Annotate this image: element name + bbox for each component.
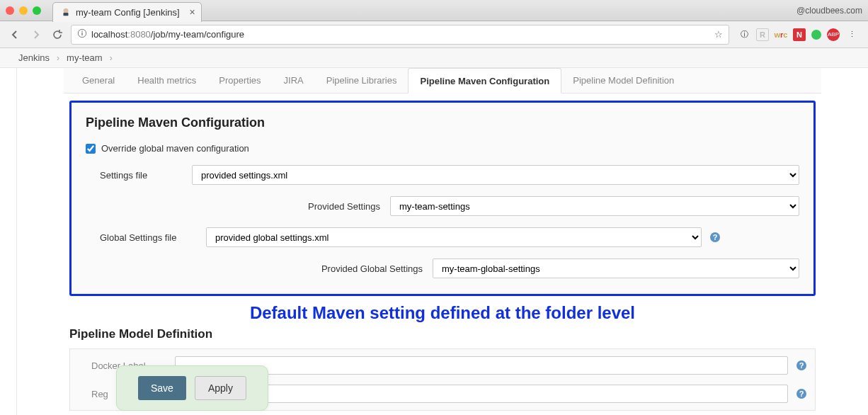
section-title: Pipeline Maven Configuration (86, 115, 799, 130)
apply-button[interactable]: Apply (195, 376, 246, 400)
help-icon[interactable]: ? (795, 360, 808, 371)
svg-rect-4 (81, 31, 82, 32)
provided-global-settings-select[interactable]: my-team-global-settings (433, 258, 799, 278)
svg-rect-1 (64, 13, 69, 16)
maven-config-section: Pipeline Maven Configuration Override gl… (69, 101, 816, 296)
svg-text:?: ? (799, 390, 804, 398)
tab-jira[interactable]: JIRA (273, 68, 315, 93)
close-window-icon[interactable] (6, 6, 14, 15)
url-input[interactable]: localhost:8080/job/my-team/configure ☆ (71, 25, 729, 45)
svg-rect-3 (81, 33, 82, 35)
annotation-text: Default Maven setting defined at the fol… (69, 303, 816, 323)
tab-pipeline-maven-config[interactable]: Pipeline Maven Configuration (408, 68, 561, 93)
chevron-right-icon: › (110, 53, 113, 63)
browser-profile[interactable]: @cloudbees.com (796, 6, 862, 16)
minimize-window-icon[interactable] (19, 6, 28, 15)
extension-icons: ⓘ R wrc N ABP ⋮ (735, 28, 861, 41)
tab-health-metrics[interactable]: Health metrics (126, 68, 207, 93)
override-global-label: Override global maven configuration (101, 143, 249, 154)
extension-n-icon[interactable]: N (793, 28, 806, 41)
extension-abp-icon[interactable]: ABP (827, 28, 840, 41)
provided-settings-label: Provided Settings (192, 201, 390, 212)
config-tabs: General Health metrics Properties JIRA P… (64, 68, 821, 93)
svg-text:?: ? (799, 361, 804, 370)
help-icon[interactable]: ? (795, 388, 808, 399)
tab-properties[interactable]: Properties (207, 68, 272, 93)
lower-section-title: Pipeline Model Definition (69, 327, 816, 341)
left-gutter (0, 68, 17, 415)
provided-settings-select[interactable]: my-team-settings (390, 196, 799, 216)
browser-titlebar: my-team Config [Jenkins] × @cloudbees.co… (0, 0, 868, 21)
override-global-checkbox[interactable] (86, 144, 96, 154)
global-settings-file-label: Global Settings file (100, 232, 206, 243)
tab-pipeline-model-definition[interactable]: Pipeline Model Definition (561, 68, 685, 93)
window-controls (6, 6, 41, 15)
save-apply-bar: Save Apply (116, 365, 268, 411)
provided-global-settings-label: Provided Global Settings (192, 263, 433, 274)
tab-pipeline-libraries[interactable]: Pipeline Libraries (315, 68, 409, 93)
help-icon[interactable]: ? (709, 232, 721, 243)
browser-tab-title: my-team Config [Jenkins] (76, 7, 180, 18)
chevron-right-icon: › (57, 53, 59, 63)
maximize-window-icon[interactable] (33, 6, 41, 15)
breadcrumb-item-jenkins[interactable]: Jenkins (18, 52, 50, 63)
forward-button[interactable] (28, 27, 44, 42)
browser-tab[interactable]: my-team Config [Jenkins] × (52, 2, 202, 22)
extension-green-dot-icon[interactable] (811, 30, 821, 40)
browser-menu-icon[interactable]: ⋮ (845, 28, 858, 41)
breadcrumb: Jenkins › my-team › (0, 48, 868, 68)
breadcrumb-item-myteam[interactable]: my-team (67, 52, 103, 63)
settings-file-label: Settings file (100, 170, 192, 181)
site-info-icon[interactable]: ⓘ (738, 28, 750, 41)
back-button[interactable] (7, 27, 23, 42)
close-tab-icon[interactable]: × (189, 6, 195, 18)
address-bar: localhost:8080/job/my-team/configure ☆ ⓘ… (0, 21, 868, 48)
bookmark-star-icon[interactable]: ☆ (714, 29, 723, 40)
extension-r-icon[interactable]: R (756, 28, 769, 41)
tab-general[interactable]: General (71, 68, 126, 93)
reload-button[interactable] (50, 27, 65, 42)
svg-point-0 (64, 8, 69, 13)
save-button[interactable]: Save (138, 376, 186, 400)
jenkins-favicon-icon (60, 6, 72, 18)
global-settings-file-select[interactable]: provided global settings.xml (206, 227, 702, 247)
url-text: localhost:8080/job/my-team/configure (91, 29, 244, 40)
svg-text:?: ? (713, 233, 718, 241)
info-icon[interactable] (77, 28, 87, 40)
extension-wrc-icon[interactable]: wrc (775, 28, 787, 41)
settings-file-select[interactable]: provided settings.xml (192, 165, 799, 185)
